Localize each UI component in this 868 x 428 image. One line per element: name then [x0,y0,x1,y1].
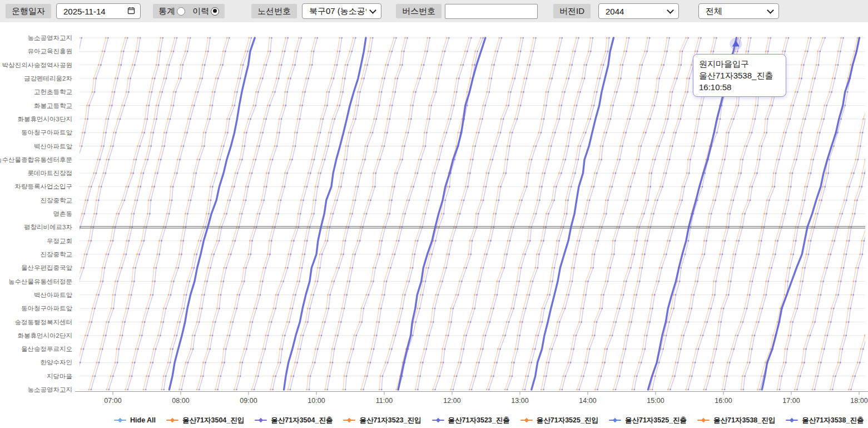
chevron-down-icon [767,7,774,14]
chart-tooltip: 원지마을입구 울산71자3538_진출 16:10:58 [693,54,786,97]
svg-text:농수산물유통센터정문: 농수산물유통센터정문 [8,278,72,285]
legend-label: 울산71자3504_진입 [182,416,244,425]
legend-marker-icon [343,420,355,421]
svg-text:롯데마트진장점: 롯데마트진장점 [28,170,73,176]
scope-select-value: 전체 [706,6,722,17]
svg-text:15:00: 15:00 [647,397,664,405]
y-axis-station-labels: 농소공영차고지유아교육진흥원박상진의사송정역사공원금강펜테리움2차고헌초등학교화… [0,35,73,393]
date-value: 2025-11-14 [63,7,106,16]
svg-text:10:00: 10:00 [307,397,325,405]
emphasized-station-line [80,227,865,228]
svg-text:13:00: 13:00 [511,397,528,405]
legend-item[interactable]: 울산71자3525_진출 [609,416,687,425]
legend-label: 울산71자3525_진입 [537,416,598,425]
svg-text:화봉고등학교: 화봉고등학교 [34,102,72,109]
svg-text:평창리비에르3차: 평창리비에르3차 [24,224,72,230]
legend-marker-icon [697,420,710,421]
version-label: 버전ID [553,4,591,18]
svg-text:농수산물종합유통센터후문: 농수산물종합유통센터후문 [0,156,72,163]
svg-text:울산우편집중국앞: 울산우편집중국앞 [21,264,73,271]
legend-item[interactable]: 울산71자3538_진입 [697,416,775,425]
calendar-icon[interactable] [127,7,135,16]
legend-item[interactable]: 울산71자3538_진출 [786,416,864,425]
scope-select[interactable]: 전체 [698,3,779,19]
tooltip-series: 울산71자3538_진출 [699,70,780,81]
svg-text:벽산아파트앞: 벽산아파트앞 [34,292,73,298]
svg-text:지당마을: 지당마을 [47,373,72,380]
svg-text:18:00: 18:00 [850,397,867,405]
legend-label: 울산71자3538_진출 [802,416,864,425]
legend-marker-icon [114,420,126,421]
svg-text:진장중학교: 진장중학교 [41,197,73,204]
bus-number-input[interactable] [445,4,538,19]
legend-label: 울산71자3538_진입 [713,416,775,425]
legend-item[interactable]: 울산71자3523_진입 [343,416,421,425]
legend-item-hide-all[interactable]: Hide All [114,416,156,424]
svg-text:동아청구아파트앞: 동아청구아파트앞 [21,305,73,312]
svg-text:유아교육진흥원: 유아교육진흥원 [28,48,73,55]
svg-text:화봉휴먼시아2단지: 화봉휴먼시아2단지 [18,332,72,339]
bus-history-page: 07:0008:0009:0010:0011:0012:0013:0014:00… [0,0,868,428]
svg-text:16:00: 16:00 [715,397,732,405]
chart-legend: Hide All울산71자3504_진입울산71자3504_진출울산71자352… [0,413,868,427]
legend-item[interactable]: 울산71자3523_진출 [432,416,510,425]
legend-label: 울산71자3525_진출 [625,416,687,425]
route-label: 노선번호 [251,4,297,18]
svg-text:농소공영차고지: 농소공영차고지 [28,35,73,41]
history-radio-option[interactable]: 이력 [192,6,219,17]
svg-text:명촌동: 명촌동 [53,210,73,217]
stat-radio-label: 통계 [158,6,175,17]
svg-text:우정교회: 우정교회 [47,238,72,244]
svg-text:송정동행정복지센터: 송정동행정복지센터 [15,319,73,326]
chevron-down-icon [369,7,376,14]
legend-item[interactable]: 울산71자3525_진입 [520,416,598,425]
x-axis: 07:0008:0009:0010:0011:0012:0013:0014:00… [75,392,868,405]
date-label: 운행일자 [6,4,51,18]
route-select[interactable]: 북구07 (농소공영차 [302,3,381,19]
toolbar: 운행일자 2025-11-14 통계 이력 노선번호 북구07 (농소공영차 버… [0,0,868,22]
svg-text:금강펜테리움2차: 금강펜테리움2차 [24,75,72,82]
stat-radio[interactable] [177,7,185,16]
svg-text:진장중학교: 진장중학교 [41,251,73,258]
svg-text:농소공영차고지: 농소공영차고지 [28,386,73,393]
bus-number-label: 버스번호 [396,4,442,18]
history-radio-label: 이력 [192,6,209,17]
svg-text:11:00: 11:00 [376,397,393,405]
stat-history-radiogroup: 통계 이력 [153,4,225,18]
svg-text:화봉휴먼시아3단지: 화봉휴먼시아3단지 [18,116,72,122]
legend-label: 울산71자3523_진입 [359,416,421,425]
legend-label: 울산71자3504_진출 [271,416,333,425]
version-select-value: 2044 [606,7,624,16]
route-select-value: 북구07 (농소공영차 [309,6,366,17]
tooltip-time: 16:10:58 [699,81,780,93]
date-input[interactable]: 2025-11-14 [56,3,141,19]
legend-marker-icon [520,420,533,421]
legend-label: Hide All [130,416,156,424]
svg-text:08:00: 08:00 [172,397,189,405]
version-select[interactable]: 2044 [598,3,679,19]
svg-text:14:00: 14:00 [579,397,596,405]
svg-text:벽산아파트앞: 벽산아파트앞 [34,143,73,150]
svg-text:17:00: 17:00 [782,397,800,405]
legend-marker-icon [786,420,798,421]
svg-text:한양수자인: 한양수자인 [41,359,73,366]
svg-text:동아청구아파트앞: 동아청구아파트앞 [21,129,73,136]
legend-marker-icon [432,420,444,421]
history-radio[interactable] [211,7,219,16]
legend-item[interactable]: 울산71자3504_진입 [166,416,244,425]
svg-text:12:00: 12:00 [443,397,460,405]
svg-text:울산송정푸르지오: 울산송정푸르지오 [21,346,72,352]
svg-text:09:00: 09:00 [240,397,257,405]
stat-radio-option[interactable]: 통계 [158,6,185,17]
legend-label: 울산71자3523_진출 [448,416,510,425]
legend-item[interactable]: 울산71자3504_진출 [255,416,333,425]
svg-text:박상진의사송정역사공원: 박상진의사송정역사공원 [2,62,73,68]
legend-marker-icon [166,420,178,421]
svg-text:07:00: 07:00 [104,397,121,405]
chevron-down-icon [667,7,674,14]
svg-text:고헌초등학교: 고헌초등학교 [34,88,72,95]
tooltip-station: 원지마을입구 [699,58,780,70]
legend-marker-icon [609,420,621,421]
hovered-point-marker[interactable] [730,38,742,50]
svg-text:차량등록사업소입구: 차량등록사업소입구 [15,183,73,190]
